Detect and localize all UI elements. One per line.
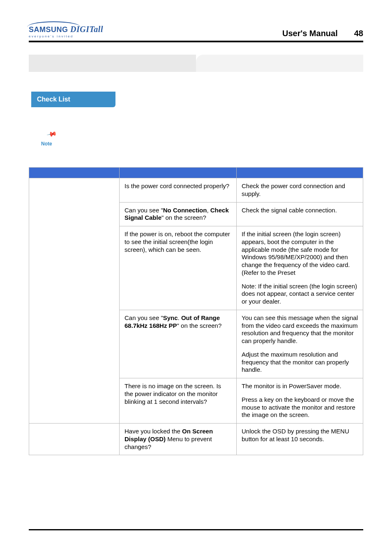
pushpin-icon: 📌 xyxy=(46,129,57,140)
logo: SAMSUNG DIGITall everyone's invited xyxy=(29,25,103,38)
table-header-check xyxy=(120,168,237,178)
check-cell: Have you locked the On Screen Display (O… xyxy=(120,424,237,455)
solution-cell: Unlock the OSD by pressing the MENU butt… xyxy=(237,424,363,455)
solution-cell: The monitor is in PowerSaver mode. Press… xyxy=(237,378,363,424)
symptom-cell xyxy=(29,424,120,455)
table-header-solution xyxy=(237,168,363,178)
solution-cell: You can see this message when the signal… xyxy=(237,310,363,378)
logo-tagline: everyone's invited xyxy=(29,35,74,38)
table-row: Is the power cord connected properly? Ch… xyxy=(29,178,363,203)
section-banner xyxy=(29,55,363,72)
symptom-cell xyxy=(29,178,120,424)
note-block: 📌 Note xyxy=(41,132,363,147)
manual-title: User's Manual xyxy=(282,29,338,38)
page-header: SAMSUNG DIGITall everyone's invited User… xyxy=(29,25,363,38)
solution-cell: Check the signal cable connection. xyxy=(237,202,363,226)
note-label: Note xyxy=(41,141,52,147)
footer-divider xyxy=(29,529,363,530)
checklist-heading: Check List xyxy=(31,92,115,107)
header-divider xyxy=(29,41,363,42)
solution-cell: Check the power cord connection and supp… xyxy=(237,178,363,203)
check-cell: There is no image on the screen. Is the … xyxy=(120,378,237,424)
check-cell: Can you see "No Connection, Check Signal… xyxy=(120,202,237,226)
check-cell: If the power is on, reboot the computer … xyxy=(120,226,237,310)
check-cell: Can you see "Sync. Out of Range 68.7kHz … xyxy=(120,310,237,378)
page-number: 48 xyxy=(354,29,363,38)
solution-cell: If the initial screen (the login screen)… xyxy=(237,226,363,310)
check-cell: Is the power cord connected properly? xyxy=(120,178,237,203)
troubleshoot-table: Is the power cord connected properly? Ch… xyxy=(29,167,363,455)
table-row: Have you locked the On Screen Display (O… xyxy=(29,424,363,455)
logo-text-c: all xyxy=(94,25,103,34)
table-header-symptom xyxy=(29,168,120,178)
